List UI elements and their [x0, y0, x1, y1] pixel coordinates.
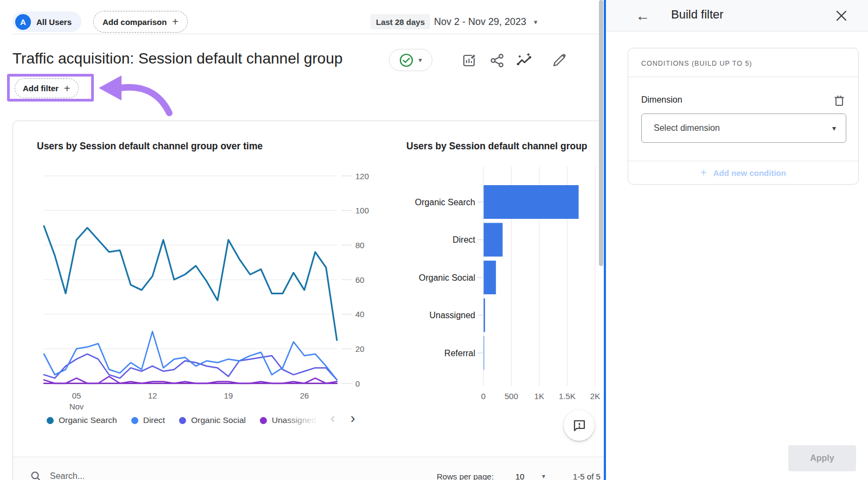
svg-text:26: 26 — [300, 391, 309, 400]
svg-text:Unassigned: Unassigned — [430, 311, 476, 320]
rows-per-page-value[interactable]: 10 — [515, 472, 525, 480]
customize-report-icon — [462, 53, 477, 68]
page-title: Traffic acquisition: Session default cha… — [12, 50, 343, 67]
customize-report-button[interactable] — [459, 50, 480, 71]
add-new-condition-label: Add new condition — [713, 168, 786, 178]
close-button[interactable] — [833, 8, 850, 25]
feedback-icon — [572, 419, 586, 433]
line-chart: 02040608010012005Nov121926 — [22, 158, 375, 419]
select-dimension-dropdown[interactable]: Select dimension ▾ — [641, 113, 846, 143]
panel-title: Build filter — [671, 8, 724, 22]
legend-dot-icon — [260, 417, 267, 424]
line-chart-title: Users by Session default channel group o… — [37, 141, 263, 152]
caret-down-icon: ▾ — [534, 18, 538, 26]
share-report-button[interactable] — [487, 50, 507, 71]
svg-text:Organic Social: Organic Social — [419, 273, 475, 282]
legend-label: Organic Search — [59, 415, 117, 425]
svg-text:Organic Search: Organic Search — [415, 198, 475, 207]
svg-text:40: 40 — [355, 310, 365, 319]
svg-text:05: 05 — [72, 391, 81, 400]
trash-icon — [833, 94, 845, 107]
vertical-scrollbar[interactable] — [599, 0, 603, 266]
legend-item[interactable]: Organic Social — [179, 415, 246, 425]
svg-text:Direct: Direct — [452, 235, 475, 244]
all-users-label: All Users — [36, 17, 72, 27]
select-dimension-value: Select dimension — [654, 123, 720, 133]
svg-text:0: 0 — [481, 391, 486, 401]
svg-text:120: 120 — [355, 172, 369, 181]
rows-per-page-label: Rows per page: — [437, 472, 494, 480]
date-preset-badge: Last 28 days — [371, 14, 430, 29]
legend-item[interactable]: Organic Search — [47, 415, 117, 425]
all-users-chip[interactable]: A All Users — [12, 11, 81, 32]
caret-down-icon: ▾ — [418, 56, 422, 64]
apply-button[interactable]: Apply — [788, 445, 856, 471]
insights-icon — [515, 52, 533, 68]
add-filter-label: Add filter — [23, 84, 59, 93]
svg-text:1.5K: 1.5K — [559, 391, 576, 401]
plus-icon: + — [64, 83, 71, 94]
table-toolbar: Rows per page: 10 ▾ 1-5 of 5 — [13, 457, 604, 480]
legend-prev-button[interactable]: ‹ — [330, 411, 335, 425]
dimension-label: Dimension — [641, 95, 682, 105]
plus-icon: + — [700, 167, 707, 179]
back-button[interactable]: ← — [633, 6, 653, 26]
annotation-arrow — [92, 70, 184, 121]
report-card: Users by Session default channel group o… — [12, 121, 604, 480]
avatar: A — [15, 14, 31, 30]
legend-label: Direct — [143, 415, 165, 425]
legend-next-button[interactable]: › — [350, 411, 355, 425]
pagination-range: 1-5 of 5 — [573, 472, 601, 480]
insights-button[interactable] — [514, 50, 534, 71]
svg-text:Referral: Referral — [444, 349, 475, 358]
svg-text:0: 0 — [355, 379, 360, 388]
data-quality-badge[interactable]: ▾ — [389, 49, 432, 71]
legend-dot-icon — [131, 417, 138, 424]
date-range-selector[interactable]: Nov 2 - Nov 29, 2023 ▾ — [434, 13, 538, 30]
svg-text:500: 500 — [505, 391, 518, 401]
conditions-header: CONDITIONS (BUILD UP TO 5) — [641, 60, 752, 67]
bar-chart: 05001K1.5K2KOrganic SearchDirectOrganic … — [380, 158, 604, 413]
add-filter-button[interactable]: Add filter + — [15, 78, 79, 98]
build-filter-panel: ← Build filter CONDITIONS (BUILD UP TO 5… — [606, 0, 868, 480]
svg-text:19: 19 — [224, 391, 233, 400]
date-range-label: Nov 2 - Nov 29, 2023 — [434, 16, 526, 28]
report-main: A All Users Add comparison + Last 28 day… — [0, 0, 604, 480]
svg-text:Nov: Nov — [69, 402, 84, 411]
add-comparison-label: Add comparison — [103, 17, 167, 27]
bar-chart-title: Users by Session default channel group — [406, 141, 588, 152]
plus-icon: + — [172, 16, 178, 27]
add-new-condition-button[interactable]: + Add new condition — [628, 161, 858, 185]
edit-pencil-icon — [552, 53, 567, 68]
chart-legend: Organic SearchDirectOrganic SocialUnassi… — [47, 415, 316, 425]
legend-dot-icon — [47, 417, 54, 424]
delete-condition-button[interactable] — [832, 94, 846, 108]
legend-label: Organic Social — [191, 415, 246, 425]
close-icon — [835, 10, 847, 22]
search-input[interactable] — [50, 471, 202, 480]
legend-item[interactable]: Direct — [131, 415, 165, 425]
conditions-card: CONDITIONS (BUILD UP TO 5) Dimension Sel… — [628, 48, 859, 185]
divider — [628, 77, 858, 77]
check-circle-icon — [399, 53, 413, 67]
svg-text:80: 80 — [355, 241, 365, 250]
share-icon — [490, 53, 505, 68]
svg-text:1K: 1K — [534, 391, 544, 401]
legend-dot-icon — [179, 417, 186, 424]
add-comparison-button[interactable]: Add comparison + — [93, 11, 188, 33]
svg-text:100: 100 — [355, 206, 369, 215]
search-icon — [30, 471, 41, 480]
feedback-button[interactable] — [564, 410, 595, 441]
caret-down-icon[interactable]: ▾ — [542, 472, 545, 480]
edit-report-button[interactable] — [549, 50, 570, 71]
legend-fade — [283, 412, 333, 428]
svg-text:60: 60 — [355, 275, 365, 285]
svg-text:12: 12 — [148, 391, 157, 400]
svg-text:2K: 2K — [590, 391, 600, 401]
caret-down-icon: ▾ — [832, 124, 836, 132]
divider — [12, 34, 599, 34]
svg-text:20: 20 — [355, 344, 365, 353]
